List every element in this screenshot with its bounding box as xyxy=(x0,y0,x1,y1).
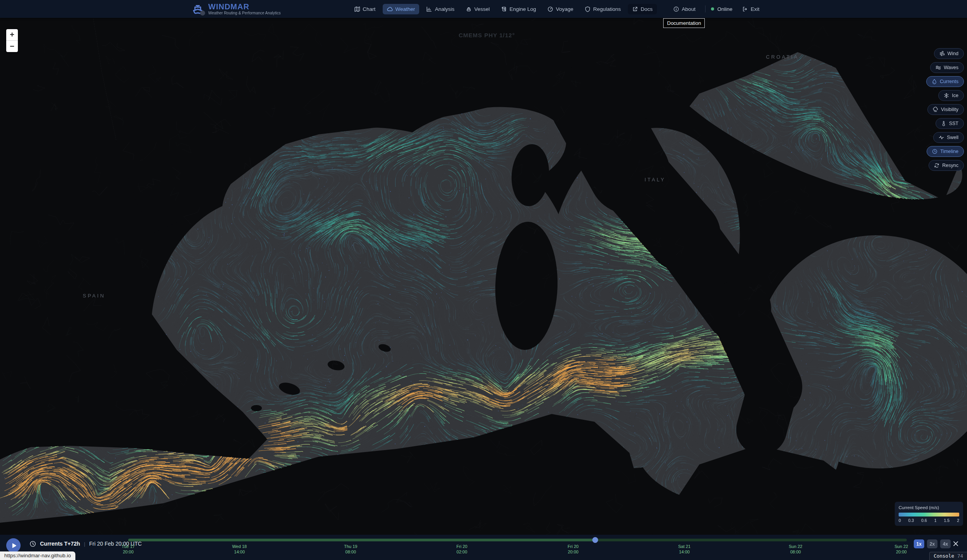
timeline-bar: Currents T+72h | Fri 20 Feb 20:00 UTC Tu… xyxy=(0,535,967,560)
timeline-tick: Wed 1814:00 xyxy=(232,544,247,555)
model-watermark: CMEMS PHY 1/12° xyxy=(459,32,515,38)
link-preview-statusbar: https://windmar-nav.github.io xyxy=(0,551,75,560)
timeline-separator: | xyxy=(84,541,85,547)
waves-icon xyxy=(936,65,941,70)
scroll-icon xyxy=(501,6,507,12)
country-label-croatia: CROATIA xyxy=(766,54,799,60)
thermometer-icon xyxy=(941,121,946,126)
map-container: CMEMS PHY 1/12° SPAIN ITALY CROATIA + − … xyxy=(0,18,967,535)
app-title: WINDMAR xyxy=(208,3,281,11)
layer-button-resync[interactable]: Resync xyxy=(929,160,964,171)
swell-icon xyxy=(939,135,944,140)
nav-item-about[interactable]: About xyxy=(669,4,700,14)
nav-label: Chart xyxy=(363,6,376,12)
layer-button-sst[interactable]: SST xyxy=(936,118,964,129)
nav-item-regulations[interactable]: Regulations xyxy=(580,4,625,14)
nav-label: Analysis xyxy=(435,6,454,12)
layer-button-ice[interactable]: Ice xyxy=(938,90,964,101)
layer-button-waves[interactable]: Waves xyxy=(930,62,964,73)
clock-icon xyxy=(30,541,36,547)
timeline-tick: Tue 1720:00 xyxy=(122,544,135,555)
layer-button-currents[interactable]: Currents xyxy=(926,76,964,87)
shield-icon xyxy=(585,6,591,12)
timeline-zone: Tue 1720:00 Wed 1814:00 Thu 1908:00 Fri … xyxy=(128,535,907,560)
docs-tooltip: Documentation xyxy=(663,18,705,28)
play-icon xyxy=(11,543,17,549)
console-badge[interactable]: Console74 xyxy=(929,552,967,560)
timeline-tick: Fri 2020:00 xyxy=(568,544,578,555)
nav-label: Docs xyxy=(641,6,653,12)
nav-label: Regulations xyxy=(593,6,621,12)
top-navigation-bar: WINDMAR Weather Routing & Performance An… xyxy=(0,0,967,18)
zoom-in-button[interactable]: + xyxy=(6,29,18,40)
map-icon xyxy=(354,6,360,12)
playback-speed-group: 1x 2x 4x xyxy=(914,539,951,548)
nav-item-docs[interactable]: Docs xyxy=(628,4,657,14)
map-zoom-control: + − xyxy=(6,29,18,52)
speed-button-2x[interactable]: 2x xyxy=(927,539,937,548)
currents-map-canvas[interactable] xyxy=(0,18,967,535)
refresh-icon xyxy=(934,163,939,168)
nav-item-voyage[interactable]: Voyage xyxy=(543,4,578,14)
play-button[interactable] xyxy=(6,538,21,553)
timeline-thumb[interactable] xyxy=(592,537,598,543)
online-label: Online xyxy=(717,6,732,12)
online-status: Online xyxy=(711,6,732,12)
timeline-progress-fill xyxy=(128,539,595,541)
speed-button-1x[interactable]: 1x xyxy=(914,539,924,548)
zoom-out-button[interactable]: − xyxy=(6,41,18,52)
speed-button-4x[interactable]: 4x xyxy=(940,539,951,548)
cloud-icon xyxy=(387,6,393,12)
nav-divider xyxy=(705,5,706,12)
nav-label: Vessel xyxy=(474,6,490,12)
wind-icon xyxy=(939,51,945,56)
snowflake-icon xyxy=(944,93,949,98)
nav-item-engine-log[interactable]: Engine Log xyxy=(497,4,540,14)
fog-icon xyxy=(933,107,938,112)
layer-button-timeline[interactable]: Timeline xyxy=(927,146,964,157)
nav-item-analysis[interactable]: Analysis xyxy=(422,4,458,14)
current-speed-legend: Current Speed (m/s) 0 0.3 0.6 1 1.5 2 xyxy=(895,502,963,526)
app-logo: WINDMAR Weather Routing & Performance An… xyxy=(191,2,281,16)
layer-button-swell[interactable]: Swell xyxy=(933,132,964,143)
gauge-icon xyxy=(547,6,553,12)
info-icon xyxy=(673,6,679,12)
nav-label: Engine Log xyxy=(509,6,536,12)
country-label-italy: ITALY xyxy=(645,177,666,183)
app-tagline: Weather Routing & Performance Analytics xyxy=(208,11,281,16)
timeline-tick: Sun 2208:00 xyxy=(789,544,802,555)
nav-label: Voyage xyxy=(556,6,573,12)
nav-label: Exit xyxy=(751,6,760,12)
clock-icon xyxy=(932,149,937,154)
ship-logo-icon xyxy=(191,2,204,16)
layer-button-visibility[interactable]: Visibility xyxy=(927,104,964,115)
timeline-layer-label: Currents T+72h xyxy=(40,541,80,547)
timeline-tick: Sun 2220:00 xyxy=(895,544,908,555)
layer-button-wind[interactable]: Wind xyxy=(934,48,964,59)
external-link-icon xyxy=(632,6,638,12)
logo-dot xyxy=(200,10,205,16)
nav-status-group: About Online Exit xyxy=(669,4,764,14)
timeline-close-button[interactable] xyxy=(952,540,959,547)
nav-label: Weather xyxy=(396,6,415,12)
timeline-tick: Sat 2114:00 xyxy=(678,544,691,555)
nav-label: About xyxy=(682,6,695,12)
legend-title: Current Speed (m/s) xyxy=(899,505,959,510)
nav-item-exit[interactable]: Exit xyxy=(738,4,764,14)
ship-icon xyxy=(466,6,472,12)
logout-icon xyxy=(742,6,748,12)
console-value: 74 xyxy=(957,553,963,559)
nav-item-weather[interactable]: Weather xyxy=(383,4,420,14)
close-icon xyxy=(952,540,959,547)
droplet-icon xyxy=(932,79,937,84)
main-nav: Chart Weather Analysis Vessel Engine Log… xyxy=(350,4,764,14)
legend-gradient-bar xyxy=(899,513,959,517)
bar-chart-icon xyxy=(426,6,432,12)
nav-item-chart[interactable]: Chart xyxy=(350,4,380,14)
timeline-tick: Fri 2002:00 xyxy=(456,544,467,555)
layer-panel: Wind Waves Currents Ice Visibility SST S… xyxy=(926,48,964,171)
legend-ticks: 0 0.3 0.6 1 1.5 2 xyxy=(899,518,959,523)
nav-item-vessel[interactable]: Vessel xyxy=(462,4,494,14)
console-label: Console xyxy=(934,553,954,559)
timeline-track[interactable] xyxy=(128,539,907,541)
